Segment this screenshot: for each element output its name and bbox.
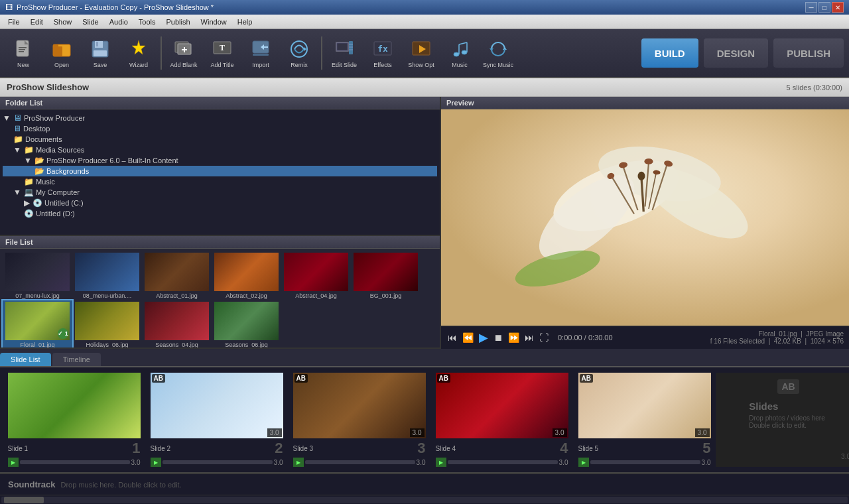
toolbar-music-button[interactable]: Music [442, 32, 478, 74]
build-mode-button[interactable]: BUILD [641, 38, 698, 68]
window-controls: ─ □ ✕ [805, 2, 844, 13]
toolbar-edit-slide-button[interactable]: Edit Slide [326, 32, 362, 74]
skip-to-end-button[interactable]: ⏭ [523, 331, 535, 344]
stop-button[interactable]: ⏹ [492, 331, 504, 344]
publish-mode-button[interactable]: PUBLISH [773, 38, 844, 68]
slide-5-name: Slide 5 [578, 445, 599, 452]
slide-item-2[interactable]: AB 3.0 Slide 2 2 ▶ 3.0 [145, 373, 288, 467]
slide-4-play-button[interactable]: ▶ [436, 458, 446, 467]
toolbar-add-title-button[interactable]: T Add Title [204, 32, 240, 74]
slide-3-ab-badge: AB [294, 374, 308, 383]
svg-text:T: T [220, 43, 225, 52]
tree-item-label: ProShow Producer [24, 114, 85, 122]
file-item-abstract02[interactable]: Abstract_02.jpg [212, 251, 281, 300]
left-panel: Folder List ▼ 🖥 ProShow Producer 🖥 Deskt… [0, 97, 441, 349]
next-frame-button[interactable]: ⏩ [507, 331, 521, 344]
save-icon [89, 38, 111, 60]
menu-show[interactable]: Show [48, 17, 78, 27]
toolbar-save-button[interactable]: Save [82, 32, 118, 74]
file-item-abstract01[interactable]: Abstract_01.jpg [142, 251, 212, 300]
toolbar-remix-button[interactable]: Remix [281, 32, 317, 74]
preview-panel: Preview [441, 97, 849, 349]
menu-file[interactable]: File [3, 17, 25, 27]
toolbar-sync-music-button[interactable]: Sync Music [480, 32, 516, 74]
tab-slide-list[interactable]: Slide List [0, 353, 51, 366]
slide-item-3[interactable]: AB 3.0 Slide 3 3 ▶ 3.0 [288, 373, 430, 467]
slide-item-1[interactable]: Slide 1 1 ▶ 3.0 [3, 373, 145, 467]
tree-item-proshow[interactable]: ▼ 🖥 ProShow Producer [3, 112, 437, 123]
menu-audio[interactable]: Audio [104, 17, 133, 27]
tree-item-label: Untitled (D:) [36, 210, 75, 218]
slide-1-controls: ▶ 3.0 [8, 458, 141, 467]
svg-rect-3 [19, 49, 25, 50]
file-item-seasons06[interactable]: Seasons_06.jpg [212, 300, 281, 349]
remix-label: Remix [291, 62, 308, 68]
file-item-holidays06[interactable]: Holidays_06.jpg [72, 300, 142, 349]
skip-to-start-button[interactable]: ⏮ [446, 331, 458, 344]
tree-item-my-computer[interactable]: ▼ 💻 My Computer [3, 187, 437, 198]
toolbar-open-button[interactable]: Open [44, 32, 80, 74]
menu-slide[interactable]: Slide [77, 17, 103, 27]
tab-timeline[interactable]: Timeline [52, 353, 101, 366]
menu-window[interactable]: Window [196, 17, 232, 27]
scroll-thumb[interactable] [4, 497, 44, 503]
toolbar-wizard-button[interactable]: Wizard [121, 32, 157, 74]
tree-item-music[interactable]: 📁 Music [3, 176, 437, 187]
svg-rect-11 [94, 50, 107, 56]
toolbar-effects-button[interactable]: fx Effects [365, 32, 401, 74]
file-item-07menu[interactable]: 07_menu-lux.jpg [3, 251, 72, 300]
slide-list: Slide 1 1 ▶ 3.0 AB 3.0 Slide 2 2 ▶ 3.0 A… [0, 367, 849, 473]
menu-help[interactable]: Help [232, 17, 258, 27]
tree-item-drive-d[interactable]: 💿 Untitled (D:) [3, 208, 437, 219]
toolbar-show-opt-button[interactable]: Show Opt [403, 32, 439, 74]
sync-music-icon [487, 38, 509, 60]
slide-2-play-button[interactable]: ▶ [151, 458, 161, 467]
prev-frame-button[interactable]: ⏪ [461, 331, 475, 344]
menu-tools[interactable]: Tools [133, 17, 161, 27]
documents-icon: 📁 [13, 135, 23, 144]
slide-item-4[interactable]: AB 3.0 Slide 4 4 ▶ 3.0 [430, 373, 573, 467]
sep1 [161, 36, 162, 70]
menu-publish[interactable]: Publish [161, 17, 196, 27]
slide-1-play-button[interactable]: ▶ [8, 458, 19, 467]
edit-slide-icon [333, 38, 356, 60]
fullscreen-button[interactable]: ⛶ [538, 331, 550, 344]
toolbar-new-button[interactable]: New [5, 32, 41, 74]
builtin-icon: 📂 [34, 156, 44, 165]
play-button[interactable]: ▶ [478, 329, 490, 346]
close-button[interactable]: ✕ [832, 2, 844, 13]
preview-filename: Floral_01.jpg [759, 330, 797, 338]
main-area: Folder List ▼ 🖥 ProShow Producer 🖥 Deskt… [0, 97, 849, 349]
preview-controls: ⏮ ⏪ ▶ ⏹ ⏩ ⏭ ⛶ 0:00.00 / 0:30.00 Floral_0… [441, 326, 849, 349]
drive-c-icon: 💿 [33, 198, 42, 208]
maximize-button[interactable]: □ [818, 2, 830, 13]
tree-item-builtin[interactable]: ▼ 📂 ProShow Producer 6.0 – Built-In Cont… [3, 155, 437, 166]
scroll-track[interactable] [1, 497, 848, 503]
folder-tree[interactable]: ▼ 🖥 ProShow Producer 🖥 Desktop 📁 Documen… [0, 109, 440, 232]
tree-item-desktop[interactable]: 🖥 Desktop [3, 123, 437, 134]
add-blank-icon [172, 38, 195, 60]
toolbar-import-button[interactable]: Import [243, 32, 279, 74]
file-item-abstract04[interactable]: Abstract_04.jpg [281, 251, 351, 300]
file-item-08menu[interactable]: 08_menu-urban.... [72, 251, 142, 300]
file-item-floral01[interactable]: ✓ 1 Floral_01.jpg [3, 300, 72, 349]
tree-item-documents[interactable]: 📁 Documents [3, 134, 437, 145]
slide-5-play-button[interactable]: ▶ [578, 458, 589, 467]
music-folder-icon: 📁 [24, 177, 34, 186]
slide-2-info: Slide 2 2 [151, 440, 283, 457]
file-item-seasons04[interactable]: Seasons_04.jpg [142, 300, 212, 349]
file-item-bg001[interactable]: BG_001.jpg [351, 251, 421, 300]
minimize-button[interactable]: ─ [805, 2, 817, 13]
tree-item-backgrounds[interactable]: 📂 Backgrounds [3, 166, 437, 176]
slide-2-dur-badge: 3.0 [267, 428, 282, 437]
slide-3-play-button[interactable]: ▶ [293, 458, 304, 467]
slide-empty-placeholder[interactable]: AB Slides Drop photos / videos here Doub… [716, 373, 849, 467]
tree-item-media-sources[interactable]: ▼ 📁 Media Sources [3, 145, 437, 155]
toolbar-add-blank-button[interactable]: Add Blank [166, 32, 202, 74]
menu-edit[interactable]: Edit [25, 17, 48, 27]
tree-item-drive-c[interactable]: ▶ 💿 Untitled (C:) [3, 198, 437, 208]
horizontal-scrollbar[interactable] [0, 495, 849, 504]
design-mode-button[interactable]: DESIGN [704, 38, 769, 68]
file-grid[interactable]: 07_menu-lux.jpg 08_menu-urban.... Abstra… [0, 249, 440, 349]
slide-item-5[interactable]: AB 3.0 Slide 5 5 ▶ 3.0 [573, 373, 716, 467]
